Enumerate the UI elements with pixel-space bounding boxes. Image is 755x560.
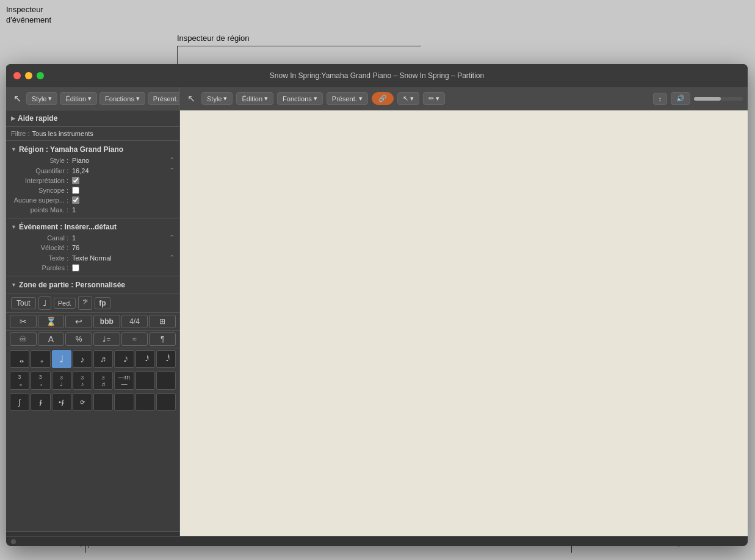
score-pointer-button[interactable]: ↖ ▾ (397, 92, 419, 105)
icon-btn-8[interactable]: A (38, 332, 65, 346)
score-present-button[interactable]: Présent. ▾ (327, 92, 368, 105)
velocite-row: Vélocité : 76 (11, 243, 175, 253)
aide-rapide-section: ▶ Aide rapide (6, 110, 179, 127)
triplet-2[interactable]: 3𝅗 (31, 372, 50, 390)
syncope-row: Syncope : (11, 185, 175, 195)
tout-button[interactable]: Tout (11, 297, 36, 309)
triplet-6[interactable]: —rn— (114, 372, 134, 390)
bass-clef-button[interactable]: 𝄢 (78, 296, 92, 310)
score-back-button[interactable]: ↖ (185, 92, 198, 106)
toolbar: ↖ Style ▾ Édition ▾ Fonctions ▾ Présent.… (6, 87, 179, 110)
extra-3[interactable]: •∮ (52, 393, 71, 411)
extra-row: ∫ ∮ •∮ ⟳ (6, 392, 179, 412)
window-title: Snow In Spring:Yamaha Grand Piano – Snow… (270, 71, 484, 80)
note-half[interactable]: 𝅗 (31, 350, 50, 368)
resize-handle[interactable] (6, 531, 179, 536)
left-panel: ↖ Style ▾ Édition ▾ Fonctions ▾ Présent.… (6, 87, 180, 536)
note-64th[interactable]: 𝅘𝅥𝅰 (135, 350, 155, 368)
close-button[interactable] (13, 72, 21, 79)
score-style-button[interactable]: Style ▾ (201, 92, 233, 105)
note-quarter[interactable]: ♩ (52, 350, 71, 368)
region-header[interactable]: ▼ Région : Yamaha Grand Piano (11, 144, 175, 155)
note-128th[interactable]: 𝅘𝅥𝅱 (156, 350, 176, 368)
score-volume-icon[interactable]: 🔊 (671, 92, 690, 105)
note-32nd[interactable]: 𝅘𝅥𝅯 (114, 350, 134, 368)
aucune-row: Aucune superp... : (11, 195, 175, 205)
minimize-button[interactable] (25, 72, 32, 79)
quantifier-row: Quantifier : 16,24 ⌃ (11, 165, 175, 176)
note-duration-row: 𝅝 𝅗 ♩ ♪ ♬ 𝅘𝅥𝅯 𝅘𝅥𝅰 𝅘𝅥𝅱 (6, 348, 179, 370)
triplet-5[interactable]: 3♬ (93, 372, 113, 390)
event-section: ▼ Événement : Insérer...défaut Canal : 1… (6, 218, 179, 276)
back-arrow-button[interactable]: ↖ (11, 92, 24, 106)
texte-row: Texte : Texte Normal ⌃ (11, 253, 175, 263)
style-button[interactable]: Style ▾ (26, 92, 57, 105)
edition-button[interactable]: Édition ▾ (60, 92, 97, 105)
extra-1[interactable]: ∫ (10, 393, 29, 411)
ped-button[interactable]: Ped. (54, 298, 76, 309)
extra-7[interactable] (135, 393, 155, 411)
zone-partie-section: ▼ Zone de partie : Personnalisée (6, 276, 179, 293)
bracket-top-region (177, 46, 421, 46)
aucune-checkbox[interactable] (72, 196, 79, 204)
content-area: ↖ Style ▾ Édition ▾ Fonctions ▾ Présent.… (6, 87, 748, 536)
note-symbol-button[interactable]: ♩ (38, 296, 51, 310)
icon-btn-1[interactable]: ✂ (10, 315, 37, 328)
maximize-button[interactable] (37, 72, 44, 79)
score-zoom-h[interactable]: ↕ (653, 93, 668, 105)
extra-6[interactable] (114, 393, 134, 411)
region-section: ▼ Région : Yamaha Grand Piano Style : Pi… (6, 141, 179, 218)
note-eighth[interactable]: ♪ (73, 350, 92, 368)
present-button[interactable]: Présent. ▾ (148, 92, 180, 105)
style-row: Style : Piano ⌃ (11, 155, 175, 165)
aide-rapide-header[interactable]: ▶ Aide rapide (11, 114, 175, 123)
score-fonctions-button[interactable]: Fonctions ▾ (277, 92, 323, 105)
zone-partie-header[interactable]: ▼ Zone de partie : Personnalisée (11, 279, 175, 290)
status-indicator (11, 539, 16, 544)
score-toolbar: ↖ Style ▾ Édition ▾ Fonctions ▾ Présent.… (180, 87, 748, 110)
icon-btn-9[interactable]: % (65, 332, 92, 346)
fp-button[interactable]: fp (95, 297, 110, 309)
triplet-4[interactable]: 3♪ (73, 372, 92, 390)
icon-btn-12[interactable]: ¶ (149, 332, 176, 346)
filtre-row: Filtre : Tous les instruments (6, 127, 179, 141)
fonctions-button[interactable]: Fonctions ▾ (99, 92, 145, 105)
interpretation-row: Interprétation : (11, 176, 175, 185)
triplet-3[interactable]: 3♩ (52, 372, 71, 390)
title-bar: Snow In Spring:Yamaha Grand Piano – Snow… (6, 64, 748, 87)
extra-4[interactable]: ⟳ (73, 393, 92, 411)
icon-btn-4[interactable]: bbb (93, 315, 120, 328)
canal-row: Canal : 1 ⌃ (11, 232, 175, 243)
event-header[interactable]: ▼ Événement : Insérer...défaut (11, 221, 175, 232)
triplet-row: 3𝅝 3𝅗 3♩ 3♪ 3♬ —rn— (6, 370, 179, 392)
icon-btn-11[interactable]: ≈ (121, 332, 148, 346)
note-16th[interactable]: ♬ (93, 350, 113, 368)
extra-5[interactable] (93, 393, 113, 411)
score-pen-button[interactable]: ✏ ▾ (423, 92, 445, 105)
triangle-icon: ▶ (11, 115, 15, 121)
triplet-7[interactable] (135, 372, 155, 390)
score-link-button[interactable]: 🔗 (372, 92, 394, 105)
icon-btn-7[interactable]: ♾ (10, 332, 37, 346)
icon-btn-2[interactable]: ⌛ (38, 315, 65, 328)
icon-btn-6[interactable]: ⊞ (149, 315, 176, 328)
main-window: Snow In Spring:Yamaha Grand Piano – Snow… (6, 64, 748, 546)
extra-8[interactable] (156, 393, 176, 411)
score-volume-slider[interactable] (694, 97, 743, 101)
score-edition-button[interactable]: Édition ▾ (236, 92, 273, 105)
icon-btn-5[interactable]: 4/4 (121, 315, 148, 328)
triplet-1[interactable]: 3𝅝 (10, 372, 29, 390)
note-whole[interactable]: 𝅝 (10, 350, 29, 368)
icon-row-2: ♾ A % ♩= ≈ ¶ (6, 331, 179, 348)
triplet-8[interactable] (156, 372, 176, 390)
annotation-event-inspector: Inspecteur d'événement (6, 5, 51, 26)
icon-btn-10[interactable]: ♩= (93, 332, 120, 346)
paroles-checkbox[interactable] (72, 264, 79, 271)
traffic-lights (13, 72, 44, 79)
extra-2[interactable]: ∮ (31, 393, 50, 411)
zone-partie-toolbar: Tout ♩ Ped. 𝄢 fp (6, 293, 179, 313)
interpretation-checkbox[interactable] (72, 177, 79, 184)
status-bar (6, 536, 748, 546)
icon-btn-3[interactable]: ↩ (65, 315, 92, 328)
syncope-checkbox[interactable] (72, 187, 79, 194)
